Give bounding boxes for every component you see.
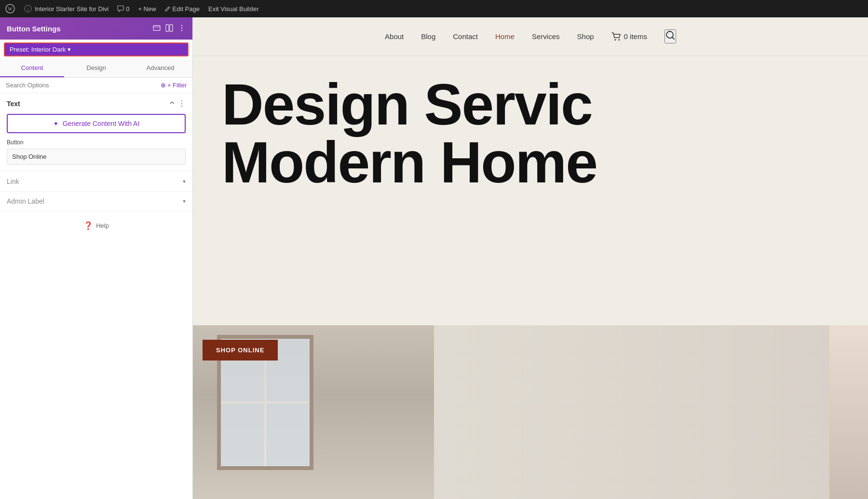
text-section-collapse-button[interactable] [169, 100, 175, 107]
tab-advanced[interactable]: Advanced [128, 59, 192, 77]
admin-label-section: Admin Label ▾ [0, 192, 192, 211]
chevron-down-icon-2: ▾ [183, 198, 186, 205]
panel-header-icons [153, 24, 186, 33]
nav-item-home[interactable]: Home [495, 32, 515, 41]
tab-content-label: Content [21, 64, 43, 71]
right-content: About Blog Contact Home Services Shop 0 … [193, 17, 868, 499]
exit-builder-label: Exit Visual Builder [208, 5, 259, 13]
site-name-text: Interior Starter Site for Divi [35, 5, 108, 13]
svg-point-10 [614, 39, 616, 41]
new-button[interactable]: + New [138, 5, 156, 13]
tab-design[interactable]: Design [64, 59, 128, 77]
search-bar: ⊕ + Filter [0, 78, 192, 93]
hero-bottom: SHOP ONLINE [193, 325, 868, 499]
curtain-decor [829, 325, 868, 499]
comments-button[interactable]: 0 [117, 5, 129, 13]
text-section: Text ⋮ ✦ Generate Content With AI Butto [0, 93, 192, 172]
filter-icon: ⊕ [161, 82, 166, 89]
help-section: ❓ Help [0, 211, 192, 240]
hero-image-left: SHOP ONLINE [193, 325, 434, 499]
panel-more-icon[interactable] [178, 24, 186, 33]
preset-bar[interactable]: Preset: Interior Dark ▾ [4, 42, 189, 56]
wp-logo-icon: W [5, 3, 15, 14]
svg-rect-6 [170, 25, 173, 31]
admin-label-section-header[interactable]: Admin Label ▾ [0, 192, 192, 211]
nav-item-contact[interactable]: Contact [453, 32, 478, 41]
tab-content[interactable]: Content [0, 59, 64, 77]
svg-rect-5 [166, 25, 169, 31]
search-input[interactable] [6, 82, 157, 89]
panel-tabs: Content Design Advanced [0, 59, 192, 78]
site-icon: i [24, 5, 32, 13]
panel-content: Text ⋮ ✦ Generate Content With AI Butto [0, 93, 192, 499]
link-section-title: Link [7, 178, 19, 185]
edit-page-label: Edit Page [173, 5, 200, 13]
nav-cart[interactable]: 0 items [611, 32, 647, 41]
text-section-header: Text ⋮ [0, 93, 192, 112]
new-label: + New [138, 5, 156, 13]
left-panel: Button Settings Preset: Interior Dark ▾ … [0, 17, 193, 499]
exit-builder-button[interactable]: Exit Visual Builder [208, 5, 259, 13]
svg-point-8 [181, 27, 183, 28]
hero-headline-line2: Modern Home [222, 133, 868, 191]
text-section-menu-button[interactable]: ⋮ [178, 99, 186, 108]
window-pane [266, 403, 310, 466]
svg-text:W: W [8, 6, 13, 12]
room-sim-right [434, 325, 868, 499]
svg-rect-4 [153, 26, 160, 30]
nav-item-blog[interactable]: Blog [421, 32, 435, 41]
preset-label: Preset: Interior Dark ▾ [10, 46, 71, 53]
button-field-label: Button [7, 139, 186, 146]
svg-point-7 [181, 25, 183, 26]
window-pane [221, 403, 264, 466]
nav-item-about[interactable]: About [385, 32, 404, 41]
tab-design-label: Design [86, 64, 106, 71]
search-nav-button[interactable] [665, 29, 676, 43]
search-icon [665, 30, 675, 40]
edit-page-button[interactable]: Edit Page [165, 5, 200, 13]
main-layout: Button Settings Preset: Interior Dark ▾ … [0, 17, 868, 499]
hero-headline: Design Servic Modern Home [222, 75, 868, 191]
chevron-down-icon: ▾ [183, 178, 186, 185]
svg-point-11 [618, 39, 620, 41]
link-section: Link ▾ [0, 172, 192, 192]
shop-online-hero-button[interactable]: SHOP ONLINE [203, 340, 278, 360]
ai-generate-button[interactable]: ✦ Generate Content With AI [7, 114, 186, 133]
comments-count: 0 [126, 5, 129, 13]
button-field-group: Button [0, 139, 192, 171]
comments-icon [117, 5, 124, 12]
admin-label-section-title: Admin Label [7, 197, 44, 205]
panel-title: Button Settings [7, 25, 61, 33]
nav-item-shop[interactable]: Shop [577, 32, 594, 41]
hero-section: Design Servic Modern Home SHOP [193, 56, 868, 499]
ai-icon: ✦ [53, 120, 59, 127]
shop-online-hero-label: SHOP ONLINE [216, 347, 264, 354]
link-section-header[interactable]: Link ▾ [0, 172, 192, 191]
section-controls: ⋮ [169, 99, 186, 108]
help-icon: ❓ [83, 221, 93, 230]
panel-layout-icon[interactable] [165, 24, 173, 33]
cart-icon [611, 32, 621, 41]
nav-item-services[interactable]: Services [532, 32, 560, 41]
chevron-up-icon [169, 100, 175, 106]
text-section-title: Text [7, 100, 20, 108]
hero-image-right [434, 325, 868, 499]
site-name[interactable]: i Interior Starter Site for Divi [24, 5, 108, 13]
site-nav: About Blog Contact Home Services Shop 0 … [193, 17, 868, 56]
filter-button[interactable]: ⊕ + Filter [161, 82, 187, 89]
pencil-icon [165, 6, 171, 12]
wp-admin-bar: W i Interior Starter Site for Divi 0 + N… [0, 0, 868, 17]
panel-header: Button Settings [0, 17, 192, 40]
svg-point-9 [181, 29, 183, 31]
hero-headline-line1: Design Servic [222, 75, 868, 133]
ai-generate-label: Generate Content With AI [63, 120, 140, 127]
help-text[interactable]: Help [96, 222, 109, 229]
button-text-input[interactable] [7, 149, 186, 165]
panel-responsive-icon[interactable] [153, 24, 161, 33]
filter-label: + Filter [167, 82, 187, 89]
tab-advanced-label: Advanced [147, 64, 175, 71]
svg-text:i: i [27, 7, 29, 12]
cart-count: 0 items [624, 32, 647, 41]
